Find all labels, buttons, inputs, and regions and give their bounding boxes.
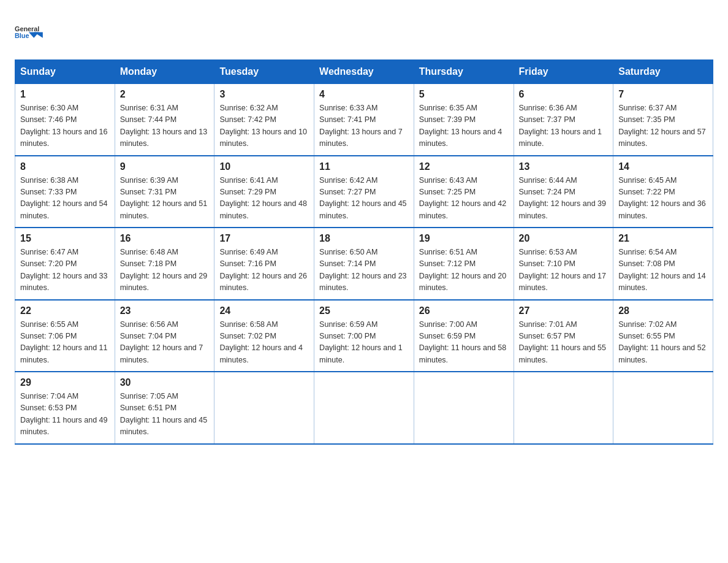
- day-info: Sunrise: 6:38 AMSunset: 7:33 PMDaylight:…: [20, 175, 110, 223]
- calendar-cell: 17Sunrise: 6:49 AMSunset: 7:16 PMDayligh…: [214, 228, 314, 300]
- calendar-cell: 10Sunrise: 6:41 AMSunset: 7:29 PMDayligh…: [214, 156, 314, 228]
- calendar-cell: 27Sunrise: 7:01 AMSunset: 6:57 PMDayligh…: [514, 300, 613, 372]
- day-info: Sunrise: 7:04 AMSunset: 6:53 PMDaylight:…: [20, 391, 110, 439]
- day-number: 18: [319, 233, 409, 244]
- weekday-header-tuesday: Tuesday: [214, 60, 314, 84]
- calendar-week-row: 22Sunrise: 6:55 AMSunset: 7:06 PMDayligh…: [15, 300, 713, 372]
- logo-svg: General Blue: [15, 15, 45, 48]
- day-info: Sunrise: 6:50 AMSunset: 7:14 PMDaylight:…: [319, 247, 409, 294]
- calendar-cell: 15Sunrise: 6:47 AMSunset: 7:20 PMDayligh…: [15, 228, 115, 300]
- day-number: 28: [618, 305, 708, 316]
- day-info: Sunrise: 7:02 AMSunset: 6:55 PMDaylight:…: [618, 319, 708, 367]
- calendar-cell: [613, 372, 713, 444]
- day-info: Sunrise: 6:37 AMSunset: 7:35 PMDaylight:…: [618, 102, 708, 150]
- calendar-cell: 18Sunrise: 6:50 AMSunset: 7:14 PMDayligh…: [314, 228, 414, 300]
- day-number: 29: [20, 377, 110, 388]
- day-number: 21: [618, 233, 708, 244]
- weekday-row: SundayMondayTuesdayWednesdayThursdayFrid…: [15, 60, 713, 84]
- calendar-cell: 3Sunrise: 6:32 AMSunset: 7:42 PMDaylight…: [214, 84, 314, 156]
- calendar-cell: 30Sunrise: 7:05 AMSunset: 6:51 PMDayligh…: [115, 372, 214, 444]
- calendar-cell: [514, 372, 613, 444]
- calendar-cell: [314, 372, 414, 444]
- calendar-cell: 14Sunrise: 6:45 AMSunset: 7:22 PMDayligh…: [613, 156, 713, 228]
- calendar-week-row: 1Sunrise: 6:30 AMSunset: 7:46 PMDaylight…: [15, 84, 713, 156]
- day-info: Sunrise: 6:36 AMSunset: 7:37 PMDaylight:…: [519, 102, 609, 150]
- day-number: 22: [20, 305, 110, 316]
- day-number: 6: [519, 89, 609, 100]
- calendar-body: 1Sunrise: 6:30 AMSunset: 7:46 PMDaylight…: [15, 84, 713, 444]
- day-info: Sunrise: 6:51 AMSunset: 7:12 PMDaylight:…: [419, 247, 509, 294]
- calendar-cell: 8Sunrise: 6:38 AMSunset: 7:33 PMDaylight…: [15, 156, 115, 228]
- day-number: 16: [120, 233, 210, 244]
- day-number: 25: [319, 305, 409, 316]
- calendar-cell: 16Sunrise: 6:48 AMSunset: 7:18 PMDayligh…: [115, 228, 214, 300]
- calendar-table: SundayMondayTuesdayWednesdayThursdayFrid…: [15, 59, 713, 445]
- day-info: Sunrise: 6:59 AMSunset: 7:00 PMDaylight:…: [319, 319, 409, 367]
- day-info: Sunrise: 6:32 AMSunset: 7:42 PMDaylight:…: [219, 102, 309, 150]
- day-number: 12: [419, 161, 509, 172]
- day-info: Sunrise: 6:44 AMSunset: 7:24 PMDaylight:…: [519, 175, 609, 223]
- calendar-cell: [414, 372, 514, 444]
- weekday-header-thursday: Thursday: [414, 60, 514, 84]
- calendar-cell: 6Sunrise: 6:36 AMSunset: 7:37 PMDaylight…: [514, 84, 613, 156]
- day-number: 3: [219, 89, 309, 100]
- calendar-cell: 26Sunrise: 7:00 AMSunset: 6:59 PMDayligh…: [414, 300, 514, 372]
- svg-text:Blue: Blue: [15, 32, 29, 39]
- calendar-cell: 11Sunrise: 6:42 AMSunset: 7:27 PMDayligh…: [314, 156, 414, 228]
- day-number: 27: [519, 305, 609, 316]
- calendar-cell: 5Sunrise: 6:35 AMSunset: 7:39 PMDaylight…: [414, 84, 514, 156]
- calendar-cell: 28Sunrise: 7:02 AMSunset: 6:55 PMDayligh…: [613, 300, 713, 372]
- calendar-cell: 4Sunrise: 6:33 AMSunset: 7:41 PMDaylight…: [314, 84, 414, 156]
- calendar-week-row: 8Sunrise: 6:38 AMSunset: 7:33 PMDaylight…: [15, 156, 713, 228]
- calendar-cell: 13Sunrise: 6:44 AMSunset: 7:24 PMDayligh…: [514, 156, 613, 228]
- day-info: Sunrise: 6:56 AMSunset: 7:04 PMDaylight:…: [120, 319, 210, 367]
- calendar-cell: 7Sunrise: 6:37 AMSunset: 7:35 PMDaylight…: [613, 84, 713, 156]
- day-info: Sunrise: 7:05 AMSunset: 6:51 PMDaylight:…: [120, 391, 210, 439]
- calendar-cell: 21Sunrise: 6:54 AMSunset: 7:08 PMDayligh…: [613, 228, 713, 300]
- day-number: 4: [319, 89, 409, 100]
- day-info: Sunrise: 6:45 AMSunset: 7:22 PMDaylight:…: [618, 175, 708, 223]
- day-number: 19: [419, 233, 509, 244]
- day-info: Sunrise: 7:00 AMSunset: 6:59 PMDaylight:…: [419, 319, 509, 367]
- day-info: Sunrise: 6:53 AMSunset: 7:10 PMDaylight:…: [519, 247, 609, 294]
- calendar-cell: 1Sunrise: 6:30 AMSunset: 7:46 PMDaylight…: [15, 84, 115, 156]
- calendar-week-row: 15Sunrise: 6:47 AMSunset: 7:20 PMDayligh…: [15, 228, 713, 300]
- calendar-cell: 24Sunrise: 6:58 AMSunset: 7:02 PMDayligh…: [214, 300, 314, 372]
- calendar-cell: 25Sunrise: 6:59 AMSunset: 7:00 PMDayligh…: [314, 300, 414, 372]
- day-info: Sunrise: 6:33 AMSunset: 7:41 PMDaylight:…: [319, 102, 409, 150]
- calendar-week-row: 29Sunrise: 7:04 AMSunset: 6:53 PMDayligh…: [15, 372, 713, 444]
- day-number: 13: [519, 161, 609, 172]
- day-info: Sunrise: 6:49 AMSunset: 7:16 PMDaylight:…: [219, 247, 309, 294]
- day-info: Sunrise: 7:01 AMSunset: 6:57 PMDaylight:…: [519, 319, 609, 367]
- day-number: 14: [618, 161, 708, 172]
- day-info: Sunrise: 6:48 AMSunset: 7:18 PMDaylight:…: [120, 247, 210, 294]
- day-number: 10: [219, 161, 309, 172]
- day-number: 15: [20, 233, 110, 244]
- weekday-header-monday: Monday: [115, 60, 214, 84]
- day-info: Sunrise: 6:35 AMSunset: 7:39 PMDaylight:…: [419, 102, 509, 150]
- day-number: 20: [519, 233, 609, 244]
- day-number: 8: [20, 161, 110, 172]
- calendar-cell: 23Sunrise: 6:56 AMSunset: 7:04 PMDayligh…: [115, 300, 214, 372]
- day-info: Sunrise: 6:47 AMSunset: 7:20 PMDaylight:…: [20, 247, 110, 294]
- day-info: Sunrise: 6:30 AMSunset: 7:46 PMDaylight:…: [20, 102, 110, 150]
- calendar-header: SundayMondayTuesdayWednesdayThursdayFrid…: [15, 60, 713, 84]
- weekday-header-saturday: Saturday: [613, 60, 713, 84]
- day-number: 23: [120, 305, 210, 316]
- logo: General Blue: [15, 15, 45, 48]
- calendar-cell: 20Sunrise: 6:53 AMSunset: 7:10 PMDayligh…: [514, 228, 613, 300]
- day-info: Sunrise: 6:39 AMSunset: 7:31 PMDaylight:…: [120, 175, 210, 223]
- calendar-cell: 19Sunrise: 6:51 AMSunset: 7:12 PMDayligh…: [414, 228, 514, 300]
- day-number: 24: [219, 305, 309, 316]
- calendar-cell: 9Sunrise: 6:39 AMSunset: 7:31 PMDaylight…: [115, 156, 214, 228]
- day-number: 26: [419, 305, 509, 316]
- weekday-header-wednesday: Wednesday: [314, 60, 414, 84]
- svg-text:General: General: [15, 25, 39, 33]
- day-info: Sunrise: 6:41 AMSunset: 7:29 PMDaylight:…: [219, 175, 309, 223]
- calendar-cell: 12Sunrise: 6:43 AMSunset: 7:25 PMDayligh…: [414, 156, 514, 228]
- day-info: Sunrise: 6:31 AMSunset: 7:44 PMDaylight:…: [120, 102, 210, 150]
- day-info: Sunrise: 6:54 AMSunset: 7:08 PMDaylight:…: [618, 247, 708, 294]
- calendar-cell: 22Sunrise: 6:55 AMSunset: 7:06 PMDayligh…: [15, 300, 115, 372]
- day-number: 17: [219, 233, 309, 244]
- day-number: 5: [419, 89, 509, 100]
